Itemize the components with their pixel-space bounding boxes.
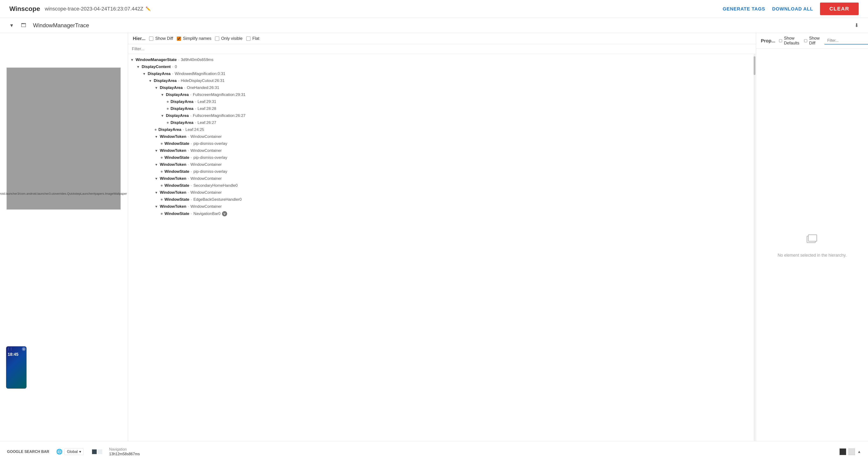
scrollbar[interactable] <box>754 54 755 441</box>
tree-node-name: WindowState <box>164 169 189 174</box>
properties-filter[interactable] <box>825 37 868 44</box>
tree-separator: - <box>172 65 174 69</box>
section-header: ▼ 🗔 WindowManagerTrace ⬇ <box>0 18 868 33</box>
tree-item[interactable]: WindowState-pip-dismiss-overlay <box>128 154 756 161</box>
tree-dot <box>161 185 163 187</box>
tree-toggle[interactable]: ▼ <box>155 177 158 180</box>
tree-toggle[interactable]: ▼ <box>155 149 158 153</box>
tree-item[interactable]: WindowState-EdgeBackGestureHandler0 <box>128 196 756 203</box>
tree-node-value: HideDisplayCutout:26:31 <box>181 78 224 83</box>
tree-toggle[interactable]: ▼ <box>130 58 134 62</box>
tree-toggle[interactable]: ▼ <box>155 135 158 138</box>
bottom-item-label: GOOGLE SEARCH BAR <box>7 450 49 454</box>
tree-node-name: DisplayArea <box>170 106 193 111</box>
device-preview: StatusBar roid.launcher3/com.android.lau… <box>0 33 128 441</box>
tree-node-value: WindowContainer <box>190 162 221 167</box>
tree-toggle[interactable]: ▼ <box>143 72 146 76</box>
only-visible-checkbox[interactable] <box>215 37 219 41</box>
tree-toggle[interactable]: ▼ <box>155 205 158 208</box>
main-area: ▼ 🗔 WindowManagerTrace ⬇ StatusBar roid.… <box>0 18 868 462</box>
tree-toggle[interactable]: ▼ <box>161 93 164 97</box>
tree-node-value: EdgeBackGestureHandler0 <box>193 197 242 202</box>
clear-button[interactable]: CLEAR <box>820 3 859 15</box>
show-defaults-checkbox[interactable] <box>779 39 782 43</box>
tree-node-value: WindowContainer <box>190 176 221 181</box>
tree-item[interactable]: ▼WindowToken-WindowContainer <box>128 161 756 168</box>
tree-item[interactable]: WindowState-SecondaryHomeHandle0 <box>128 182 756 189</box>
tree-item[interactable]: ▼DisplayArea-FullscreenMagnification:26:… <box>128 112 756 119</box>
download-all-button[interactable]: DOWNLOAD ALL <box>772 6 813 12</box>
nav-label: Navigation <box>109 447 140 452</box>
tree-separator: - <box>184 86 185 90</box>
tree-item[interactable]: WindowState-NavigationBar0V <box>128 210 756 218</box>
tree-toggle[interactable]: ▼ <box>155 163 158 166</box>
tree-node-value: 3d9h40m0s659ms <box>181 58 213 62</box>
tree-node-value: WindowContainer <box>190 190 221 195</box>
tree-dot <box>167 122 169 124</box>
flat-checkbox[interactable] <box>246 37 250 41</box>
only-visible-label: Only visible <box>221 36 243 41</box>
tree-node-value: NavigationBar0 <box>193 211 220 216</box>
tree-item[interactable]: DisplayArea-Leaf:26:27 <box>128 119 756 126</box>
global-dropdown[interactable]: Global ▾ <box>64 448 84 455</box>
left-panel: StatusBar roid.launcher3/com.android.lau… <box>0 33 128 441</box>
collapse-icon[interactable]: ▼ <box>9 23 14 28</box>
tree-item[interactable]: ▼WindowManagerState-3d9h40m0s659ms <box>128 56 756 63</box>
download-section-icon[interactable]: ⬇ <box>855 22 859 28</box>
tree-toggle[interactable]: ▼ <box>161 114 164 118</box>
visible-tag: V <box>222 211 227 216</box>
dark-theme-icon[interactable] <box>840 449 846 455</box>
tree-item[interactable]: ▼WindowToken-WindowContainer <box>128 189 756 196</box>
scrollbar-thumb[interactable] <box>754 56 755 75</box>
tree-node-value: FullscreenMagnification:29:31 <box>193 93 246 97</box>
tree-separator: - <box>190 93 191 97</box>
tree-item[interactable]: ▼DisplayArea-OneHanded:26:31 <box>128 84 756 91</box>
show-diff-label: Show Diff <box>155 36 173 41</box>
light-color-swatch[interactable] <box>98 450 102 454</box>
mini-device-screen: 18:45 <box>6 346 26 388</box>
tree-node-value: WindowedMagnification:0:31 <box>175 71 225 76</box>
tree-separator: - <box>191 211 192 216</box>
window-icon: 🗔 <box>21 22 26 28</box>
topbar-right: GENERATE TAGS DOWNLOAD ALL CLEAR <box>723 3 859 15</box>
tree-toggle[interactable]: ▼ <box>136 65 140 69</box>
tree-toggle[interactable]: ▼ <box>155 191 158 194</box>
tree-item[interactable]: DisplayArea-Leaf:29:31 <box>128 98 756 105</box>
tree-node-name: DisplayContent <box>142 65 171 69</box>
tree-item[interactable]: DisplayArea-Leaf:28:28 <box>128 105 756 112</box>
tree-separator: - <box>190 113 191 118</box>
tree-item[interactable]: ▼DisplayArea-FullscreenMagnification:29:… <box>128 91 756 98</box>
light-theme-icon[interactable] <box>848 449 855 455</box>
tree-item[interactable]: DisplayArea-Leaf:24:25 <box>128 126 756 133</box>
topbar-left: Winscope winscope-trace-2023-04-24T16:23… <box>9 5 151 12</box>
tree-item[interactable]: ▼WindowToken-WindowContainer <box>128 175 756 182</box>
tree-item[interactable]: ▼WindowToken-WindowContainer <box>128 147 756 154</box>
tree-dot <box>155 129 157 131</box>
tree-item[interactable]: ▼DisplayArea-HideDisplayCutout:26:31 <box>128 77 756 84</box>
tree-node-value: pip-dismiss-overlay <box>193 141 227 146</box>
tree-node-value: WindowContainer <box>190 134 221 139</box>
show-diff-checkbox[interactable] <box>149 37 153 41</box>
tree-node-name: WindowToken <box>160 148 186 153</box>
chevron-up-icon[interactable]: ▲ <box>857 450 861 454</box>
simplify-names-checkbox[interactable] <box>177 37 181 41</box>
tree-item[interactable]: ▼WindowToken-WindowContainer <box>128 133 756 140</box>
edit-icon[interactable]: ✏️ <box>146 6 151 11</box>
tree-separator: - <box>191 141 192 146</box>
prop-show-diff-checkbox[interactable] <box>804 39 807 43</box>
tree-separator: - <box>188 134 189 139</box>
tree-node-name: WindowToken <box>160 162 186 167</box>
tree-item[interactable]: WindowState-pip-dismiss-overlay <box>128 140 756 147</box>
hierarchy-filter[interactable] <box>128 44 756 54</box>
svg-rect-1 <box>808 235 817 241</box>
tree-toggle[interactable]: ▼ <box>155 86 158 90</box>
tree-item[interactable]: ▼DisplayContent-0 <box>128 63 756 70</box>
tree-separator: - <box>191 197 192 202</box>
tree-item[interactable]: ▼DisplayArea-WindowedMagnification:0:31 <box>128 70 756 77</box>
generate-tags-button[interactable]: GENERATE TAGS <box>723 6 765 12</box>
tree-item[interactable]: ▼WindowToken-WindowContainer <box>128 203 756 210</box>
mini-device-close[interactable]: ✕ <box>22 347 26 351</box>
tree-toggle[interactable]: ▼ <box>149 79 152 82</box>
tree-item[interactable]: WindowState-pip-dismiss-overlay <box>128 168 756 175</box>
dark-color-swatch[interactable] <box>92 450 97 454</box>
